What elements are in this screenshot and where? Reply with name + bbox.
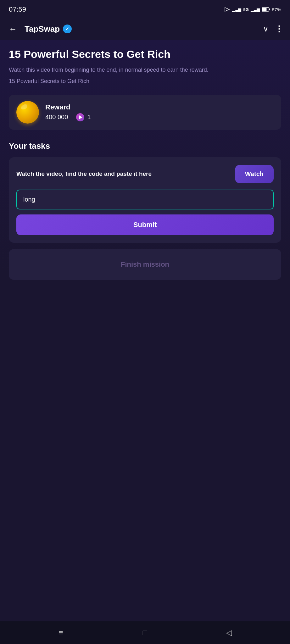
play-store-icon — [224, 7, 230, 12]
verified-badge: ✓ — [63, 25, 72, 33]
watch-button[interactable]: Watch — [235, 165, 274, 183]
battery-icon — [262, 7, 270, 12]
home-button[interactable]: □ — [137, 625, 153, 640]
finish-mission-label: Finish mission — [121, 260, 169, 269]
reward-play-icon — [76, 113, 84, 121]
nav-bar: ← TapSwap ✓ ∨ ⋮ — [0, 18, 290, 40]
menu-button[interactable]: ≡ — [53, 625, 69, 640]
reward-card: Reward 400 000 | 1 — [9, 95, 281, 130]
nav-actions: ∨ ⋮ — [263, 24, 284, 34]
status-icons: ▂▄▆ 5G ▂▄▆ 67% — [224, 7, 281, 12]
bottom-nav: ≡ □ ◁ — [0, 621, 290, 644]
reward-amount: 400 000 — [45, 114, 68, 121]
status-time: 07:59 — [9, 5, 26, 14]
chevron-down-button[interactable]: ∨ — [263, 25, 269, 33]
main-content: 15 Powerful Secrets to Get Rich Watch th… — [0, 40, 290, 621]
reward-info: Reward 400 000 | 1 — [45, 103, 91, 121]
signal-bars: ▂▄▆ — [232, 7, 241, 12]
back-nav-button[interactable]: ◁ — [221, 625, 237, 640]
play-triangle — [79, 115, 82, 119]
tasks-section-title: Your tasks — [9, 141, 281, 151]
menu-icon: ≡ — [59, 628, 63, 637]
more-options-button[interactable]: ⋮ — [275, 24, 284, 34]
task-row: Watch the video, find the code and paste… — [16, 165, 274, 183]
back-button[interactable]: ← — [6, 22, 20, 36]
reward-play-count: 1 — [87, 114, 91, 121]
page-subtitle2: 15 Powerful Secrets to Get Rich — [9, 78, 281, 85]
nav-title-area: TapSwap ✓ — [25, 24, 258, 34]
svg-rect-1 — [269, 8, 270, 10]
reward-label: Reward — [45, 103, 91, 111]
submit-button[interactable]: Submit — [16, 214, 274, 235]
page-title: 15 Powerful Secrets to Get Rich — [9, 48, 281, 61]
reward-divider: | — [71, 114, 73, 121]
battery-percent: 67% — [272, 7, 281, 12]
network-type: 5G — [243, 7, 248, 12]
finish-mission-card: Finish mission — [9, 249, 281, 280]
verified-icon: ✓ — [65, 26, 69, 31]
task-instruction: Watch the video, find the code and paste… — [16, 170, 230, 178]
task-card: Watch the video, find the code and paste… — [9, 157, 281, 243]
back-nav-icon: ◁ — [226, 628, 232, 637]
reward-value: 400 000 | 1 — [45, 113, 91, 121]
nav-title: TapSwap — [25, 24, 60, 34]
page-subtitle: Watch this video from beginning to the e… — [9, 66, 281, 74]
signal-bars2: ▂▄▆ — [251, 7, 260, 12]
svg-rect-2 — [262, 8, 266, 11]
status-bar: 07:59 ▂▄▆ 5G ▂▄▆ 67% — [0, 0, 290, 18]
home-icon: □ — [143, 628, 148, 637]
reward-coin-icon — [16, 101, 39, 124]
code-input[interactable] — [16, 190, 274, 209]
